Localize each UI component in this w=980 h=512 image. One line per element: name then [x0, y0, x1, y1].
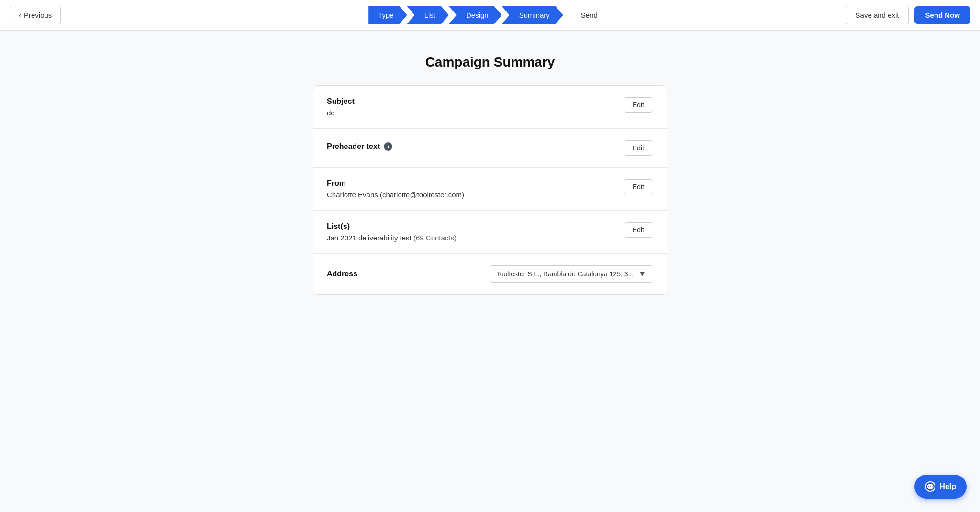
lists-edit-button[interactable]: Edit — [624, 222, 653, 238]
lists-row-content: List(s) Jan 2021 deliverability test (69… — [327, 222, 653, 242]
step-send[interactable]: Send — [563, 6, 612, 24]
help-icon: 💬 — [925, 481, 935, 492]
preheader-section: Preheader text i — [327, 142, 392, 154]
step-summary[interactable]: Summary — [502, 6, 563, 24]
contacts-count: (69 Contacts) — [413, 234, 457, 242]
subject-row-content: Subject dd Edit — [327, 97, 653, 117]
help-button[interactable]: 💬 Help — [914, 475, 967, 499]
stepper: Type List Design Summary Send — [368, 6, 612, 24]
step-type-label[interactable]: Type — [368, 6, 407, 24]
from-section: From Charlotte Evans (charlotte@tooltest… — [327, 179, 464, 199]
header-right: Save and exit Send Now — [846, 6, 970, 24]
dropdown-arrow-icon: ▼ — [638, 270, 646, 278]
subject-value: dd — [327, 109, 355, 117]
lists-label: List(s) — [327, 222, 457, 231]
step-design-label[interactable]: Design — [449, 6, 502, 24]
from-value: Charlotte Evans (charlotte@tooltester.co… — [327, 191, 464, 199]
header: ‹ Previous Type List Design Summary Send… — [0, 0, 980, 31]
address-row-content: Address Tooltester S.L., Rambla de Catal… — [327, 265, 653, 283]
subject-edit-button[interactable]: Edit — [624, 97, 653, 113]
step-send-label[interactable]: Send — [563, 6, 612, 24]
lists-row: List(s) Jan 2021 deliverability test (69… — [313, 211, 667, 254]
from-row: From Charlotte Evans (charlotte@tooltest… — [313, 168, 667, 211]
help-label: Help — [939, 482, 956, 491]
address-label: Address — [327, 270, 357, 278]
chevron-left-icon: ‹ — [19, 11, 21, 19]
from-row-content: From Charlotte Evans (charlotte@tooltest… — [327, 179, 653, 199]
send-now-button[interactable]: Send Now — [914, 6, 970, 24]
summary-card: Subject dd Edit Preheader text i — [313, 85, 667, 295]
address-row: Address Tooltester S.L., Rambla de Catal… — [313, 254, 667, 294]
content-area: Campaign Summary Subject dd Edit Pre — [313, 55, 667, 488]
main-content: Campaign Summary Subject dd Edit Pre — [0, 31, 980, 512]
subject-section: Subject dd — [327, 97, 355, 117]
info-icon[interactable]: i — [384, 142, 392, 151]
from-label: From — [327, 179, 464, 188]
preheader-row-content: Preheader text i Edit — [327, 140, 653, 156]
step-design[interactable]: Design — [449, 6, 502, 24]
subject-label: Subject — [327, 97, 355, 106]
page-title: Campaign Summary — [313, 55, 667, 70]
list-name: Jan 2021 deliverability test — [327, 234, 412, 242]
step-summary-label[interactable]: Summary — [502, 6, 563, 24]
lists-value: Jan 2021 deliverability test (69 Contact… — [327, 234, 457, 242]
subject-row: Subject dd Edit — [313, 86, 667, 129]
preheader-row: Preheader text i Edit — [313, 129, 667, 168]
step-type[interactable]: Type — [368, 6, 407, 24]
address-dropdown[interactable]: Tooltester S.L., Rambla de Catalunya 125… — [490, 265, 653, 283]
previous-button[interactable]: ‹ Previous — [10, 6, 61, 24]
step-list[interactable]: List — [407, 6, 449, 24]
from-edit-button[interactable]: Edit — [624, 179, 653, 194]
preheader-label: Preheader text i — [327, 142, 392, 151]
lists-section: List(s) Jan 2021 deliverability test (69… — [327, 222, 457, 242]
save-exit-button[interactable]: Save and exit — [846, 6, 909, 24]
preheader-edit-button[interactable]: Edit — [624, 140, 653, 156]
address-dropdown-value: Tooltester S.L., Rambla de Catalunya 125… — [497, 270, 634, 278]
step-list-label[interactable]: List — [407, 6, 449, 24]
previous-label: Previous — [24, 11, 52, 19]
